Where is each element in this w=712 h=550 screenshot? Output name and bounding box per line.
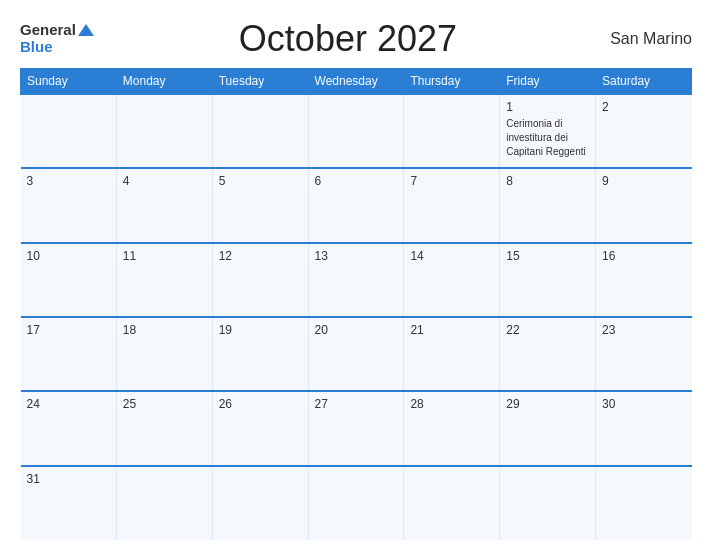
- day-number: 24: [27, 397, 110, 411]
- col-sunday: Sunday: [21, 69, 117, 95]
- table-row: 3: [21, 168, 117, 242]
- day-number: 14: [410, 249, 493, 263]
- table-row: 5: [212, 168, 308, 242]
- day-number: 22: [506, 323, 589, 337]
- day-number: 3: [27, 174, 110, 188]
- table-row: 21: [404, 317, 500, 391]
- col-thursday: Thursday: [404, 69, 500, 95]
- col-tuesday: Tuesday: [212, 69, 308, 95]
- table-row: 7: [404, 168, 500, 242]
- table-row: [404, 94, 500, 168]
- col-saturday: Saturday: [596, 69, 692, 95]
- day-number: 1: [506, 100, 589, 114]
- day-number: 26: [219, 397, 302, 411]
- day-number: 5: [219, 174, 302, 188]
- day-number: 13: [315, 249, 398, 263]
- calendar-week-row: 10111213141516: [21, 243, 692, 317]
- table-row: [116, 466, 212, 540]
- table-row: [308, 94, 404, 168]
- col-wednesday: Wednesday: [308, 69, 404, 95]
- day-number: 8: [506, 174, 589, 188]
- calendar-header: General Blue October 2027 San Marino: [20, 18, 692, 60]
- day-number: 17: [27, 323, 110, 337]
- day-number: 9: [602, 174, 685, 188]
- day-number: 4: [123, 174, 206, 188]
- day-number: 25: [123, 397, 206, 411]
- day-number: 27: [315, 397, 398, 411]
- table-row: 10: [21, 243, 117, 317]
- table-row: 23: [596, 317, 692, 391]
- table-row: 4: [116, 168, 212, 242]
- table-row: [308, 466, 404, 540]
- table-row: [21, 94, 117, 168]
- table-row: 20: [308, 317, 404, 391]
- table-row: 13: [308, 243, 404, 317]
- day-number: 21: [410, 323, 493, 337]
- day-number: 20: [315, 323, 398, 337]
- table-row: 24: [21, 391, 117, 465]
- table-row: 25: [116, 391, 212, 465]
- calendar-week-row: 1Cerimonia di investitura dei Capitani R…: [21, 94, 692, 168]
- day-number: 6: [315, 174, 398, 188]
- table-row: 30: [596, 391, 692, 465]
- logo: General Blue: [20, 22, 94, 56]
- table-row: 8: [500, 168, 596, 242]
- table-row: 2: [596, 94, 692, 168]
- table-row: 6: [308, 168, 404, 242]
- table-row: 15: [500, 243, 596, 317]
- day-number: 15: [506, 249, 589, 263]
- table-row: [212, 466, 308, 540]
- table-row: 9: [596, 168, 692, 242]
- calendar-week-row: 31: [21, 466, 692, 540]
- table-row: 17: [21, 317, 117, 391]
- event-label: Cerimonia di investitura dei Capitani Re…: [506, 118, 586, 157]
- day-number: 11: [123, 249, 206, 263]
- day-number: 12: [219, 249, 302, 263]
- day-number: 10: [27, 249, 110, 263]
- calendar-week-row: 24252627282930: [21, 391, 692, 465]
- logo-general-text: General: [20, 22, 76, 39]
- day-number: 28: [410, 397, 493, 411]
- table-row: 11: [116, 243, 212, 317]
- col-monday: Monday: [116, 69, 212, 95]
- calendar-page: General Blue October 2027 San Marino Sun…: [0, 0, 712, 550]
- table-row: 18: [116, 317, 212, 391]
- day-number: 31: [27, 472, 110, 486]
- day-number: 2: [602, 100, 685, 114]
- calendar-week-row: 17181920212223: [21, 317, 692, 391]
- table-row: [212, 94, 308, 168]
- day-number: 16: [602, 249, 685, 263]
- calendar-country: San Marino: [602, 30, 692, 48]
- calendar-week-row: 3456789: [21, 168, 692, 242]
- table-row: [596, 466, 692, 540]
- col-friday: Friday: [500, 69, 596, 95]
- table-row: 28: [404, 391, 500, 465]
- logo-blue-text: Blue: [20, 38, 53, 55]
- table-row: 26: [212, 391, 308, 465]
- table-row: [404, 466, 500, 540]
- calendar-title: October 2027: [94, 18, 602, 60]
- table-row: 22: [500, 317, 596, 391]
- calendar-table: Sunday Monday Tuesday Wednesday Thursday…: [20, 68, 692, 540]
- day-number: 30: [602, 397, 685, 411]
- day-number: 18: [123, 323, 206, 337]
- logo-triangle-icon: [78, 24, 94, 36]
- table-row: 31: [21, 466, 117, 540]
- table-row: 27: [308, 391, 404, 465]
- table-row: 29: [500, 391, 596, 465]
- day-number: 19: [219, 323, 302, 337]
- table-row: 16: [596, 243, 692, 317]
- table-row: 12: [212, 243, 308, 317]
- day-number: 29: [506, 397, 589, 411]
- table-row: 19: [212, 317, 308, 391]
- table-row: 14: [404, 243, 500, 317]
- weekday-header-row: Sunday Monday Tuesday Wednesday Thursday…: [21, 69, 692, 95]
- day-number: 7: [410, 174, 493, 188]
- table-row: 1Cerimonia di investitura dei Capitani R…: [500, 94, 596, 168]
- table-row: [500, 466, 596, 540]
- table-row: [116, 94, 212, 168]
- day-number: 23: [602, 323, 685, 337]
